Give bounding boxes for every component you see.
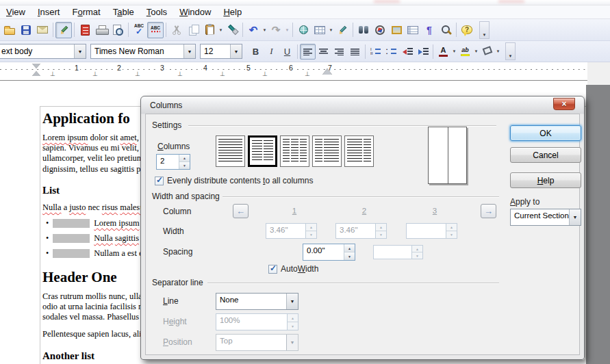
insert-table-dropdown[interactable]: ▼	[328, 22, 334, 38]
font-color-button[interactable]: A	[435, 44, 451, 60]
preset-right-narrow[interactable]	[344, 135, 374, 167]
autowidth-checkbox[interactable]: AutoWidth	[268, 264, 318, 274]
menu-table[interactable]: Table	[107, 5, 140, 18]
align-left-button[interactable]	[300, 44, 316, 60]
chevron-down-icon[interactable]: ▼	[183, 44, 195, 58]
edit-file-button[interactable]	[55, 22, 72, 38]
evenly-distribute-checkbox[interactable]: Evenly distribute contents to all column…	[155, 176, 313, 185]
decrease-indent-button[interactable]	[399, 44, 415, 60]
background-color-dropdown[interactable]: ▼	[495, 43, 501, 60]
spin-down-icon[interactable]: ▼	[344, 252, 355, 260]
chevron-down-icon[interactable]: ▼	[74, 44, 86, 58]
cancel-button[interactable]: Cancel	[510, 147, 581, 163]
page-preview-button[interactable]	[110, 22, 126, 38]
undo-dropdown[interactable]: ▼	[262, 22, 268, 38]
email-button[interactable]	[34, 22, 51, 38]
horizontal-ruler[interactable]: 1 2 3 4 5 6 7 ⊥ ⊥ ⊥ ⊥ ⊥ ⊥ ⊥	[0, 62, 587, 81]
preset-left-narrow[interactable]	[312, 135, 342, 167]
magnifier-icon	[441, 25, 451, 35]
increase-indent-button[interactable]	[415, 44, 431, 60]
highlight-button[interactable]: ab	[457, 44, 473, 60]
doc-paragraph-line: ullamcorper, velit leo pretium	[42, 153, 142, 164]
menu-help[interactable]: Help	[217, 5, 248, 18]
bullet-list-button[interactable]: ••	[383, 44, 399, 60]
line-style-combo[interactable]: None▼	[216, 293, 298, 310]
menu-view[interactable]: View	[0, 5, 31, 18]
spin-up-icon[interactable]: ▲	[179, 155, 190, 162]
insert-table-button[interactable]	[312, 22, 328, 38]
formatting-marks-button[interactable]: ¶	[421, 22, 437, 38]
paragraph-style-combo[interactable]: ext body▼	[0, 44, 86, 59]
data-sources-button[interactable]	[405, 22, 421, 38]
export-pdf-button[interactable]	[77, 22, 93, 38]
copy-button	[185, 22, 201, 38]
preset-three-columns[interactable]	[280, 135, 309, 167]
indent-marker[interactable]	[32, 64, 40, 76]
font-name-combo[interactable]: Times New Roman▼	[90, 44, 196, 59]
align-right-button[interactable]	[331, 44, 347, 60]
menu-insert[interactable]: Insert	[31, 5, 66, 18]
menu-tools[interactable]: Tools	[140, 5, 173, 18]
columns-count-spinner[interactable]: 2 ▲▼	[156, 154, 190, 170]
auto-spellcheck-button[interactable]: ABC	[147, 22, 164, 38]
gallery-button[interactable]	[388, 22, 405, 38]
save-button[interactable]	[18, 22, 34, 38]
chevron-down-icon[interactable]: ▼	[230, 44, 242, 58]
print-button[interactable]	[93, 22, 110, 38]
font-color-dropdown[interactable]: ▼	[451, 43, 457, 60]
apply-to-label: Apply to	[510, 197, 539, 207]
menu-window[interactable]: Window	[173, 5, 217, 18]
spacing-1-field[interactable]: 0.00" ▲▼	[303, 244, 355, 261]
apply-to-combo[interactable]: Current Section▼	[510, 209, 581, 226]
help-button[interactable]: Help	[510, 172, 581, 188]
toolbar-overflow-button[interactable]: ▼	[505, 42, 516, 60]
ruler-number: 5	[245, 64, 252, 72]
paste-dropdown[interactable]: ▼	[218, 22, 224, 38]
tab-stop-mark: ⊥	[50, 70, 55, 77]
spin-down-icon[interactable]: ▼	[179, 162, 190, 169]
find-replace-button[interactable]	[355, 22, 372, 38]
next-column-button[interactable]: →	[481, 204, 496, 218]
preset-one-column[interactable]	[216, 135, 245, 167]
doc-paragraph-line: dignissim, tellus eu sagittis pe	[42, 164, 142, 174]
preset-two-columns[interactable]	[248, 135, 277, 167]
ok-button[interactable]: OK	[510, 125, 581, 141]
arrow-right-icon: →	[484, 206, 493, 216]
zoom-button[interactable]	[437, 22, 454, 38]
font-size-combo[interactable]: 12▼	[200, 44, 242, 59]
align-center-icon	[319, 48, 328, 55]
data-table-icon	[407, 26, 418, 34]
paste-button[interactable]	[201, 22, 218, 38]
help-button[interactable]: ?	[459, 22, 475, 38]
open-button[interactable]	[1, 22, 18, 38]
width-column-2-field: 3.46" ▲▼	[335, 223, 387, 239]
checkbox-checked-icon[interactable]	[155, 177, 164, 185]
previous-column-button[interactable]: ←	[233, 204, 249, 218]
writer-window: View Insert Format Table Tools Window He…	[0, 0, 610, 364]
draw-functions-button[interactable]	[334, 22, 351, 38]
numbered-list-button[interactable]: III	[368, 44, 383, 60]
columns-dialog: Columns × Settings Columns 2 ▲▼ Evenly d…	[140, 96, 585, 360]
checkbox-checked-icon[interactable]	[268, 265, 277, 274]
undo-button[interactable]: ↶	[245, 22, 262, 38]
navigator-button[interactable]	[372, 22, 388, 38]
highlight-dropdown[interactable]: ▼	[473, 43, 479, 60]
italic-button[interactable]: I	[264, 44, 279, 60]
hyperlink-button[interactable]	[295, 22, 312, 38]
toolbar-overflow-button[interactable]: ▼	[479, 21, 490, 39]
spin-up-icon[interactable]: ▲	[344, 244, 355, 252]
chevron-down-icon[interactable]: ▼	[286, 294, 298, 309]
align-center-button[interactable]	[316, 44, 331, 60]
spinner-buttons[interactable]: ▲▼	[179, 155, 190, 169]
menu-format[interactable]: Format	[66, 5, 106, 18]
chevron-down-icon[interactable]: ▼	[569, 209, 581, 225]
bold-button[interactable]: B	[248, 44, 264, 60]
underline-button[interactable]: U	[279, 44, 295, 60]
close-button[interactable]: ×	[553, 98, 575, 110]
background-color-button[interactable]	[479, 44, 495, 60]
right-indent-marker[interactable]	[322, 68, 332, 75]
spelling-button[interactable]: ABC✓	[131, 22, 147, 38]
clone-formatting-button[interactable]	[224, 22, 240, 38]
align-justify-button[interactable]	[347, 44, 363, 60]
spinner-buttons[interactable]: ▲▼	[344, 244, 355, 260]
